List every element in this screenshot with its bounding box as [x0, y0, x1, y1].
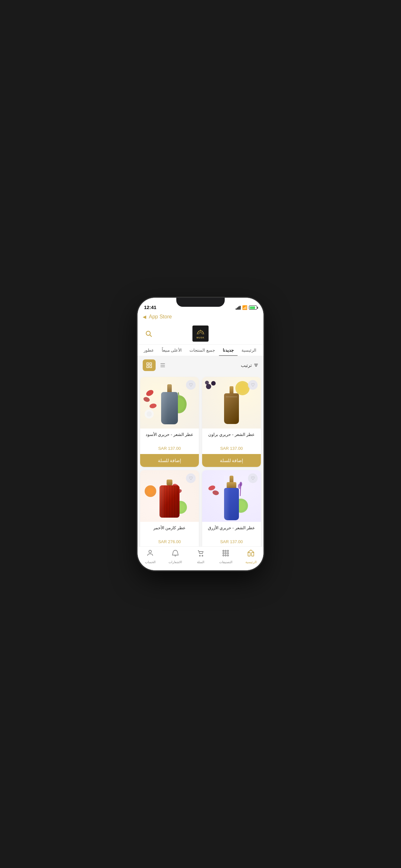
- svg-line-17: [178, 392, 179, 395]
- product-price-4: SAR 276.00: [143, 539, 196, 544]
- nav-account-label: الحساب: [145, 560, 156, 564]
- product-image-3: ♡: [202, 470, 261, 522]
- svg-rect-37: [251, 553, 254, 556]
- tab-musk[interactable]: مسك: [137, 345, 140, 356]
- tab-all-products[interactable]: جميع المنتجات: [186, 345, 219, 356]
- home-icon: [247, 549, 255, 559]
- tab-perfume[interactable]: عطور: [140, 345, 158, 356]
- nav-categories-label: التصنيفات: [219, 560, 233, 564]
- svg-point-39: [225, 550, 226, 552]
- wishlist-button-1[interactable]: ♡: [248, 380, 258, 390]
- svg-rect-36: [248, 553, 250, 556]
- svg-point-49: [149, 550, 151, 553]
- product-name-3: عطر الشعر - حريري الأزرق: [205, 525, 258, 537]
- search-button[interactable]: [143, 328, 154, 339]
- add-to-cart-1[interactable]: إضافة للسلة: [202, 454, 261, 467]
- product-info-1: عطر الشعر - حريري براون SAR 137.00: [202, 429, 261, 454]
- bell-icon: [172, 549, 179, 559]
- app-header: MUSK: [137, 323, 264, 345]
- sort-button[interactable]: ترتيب: [241, 363, 258, 368]
- product-card-2: ♡: [140, 377, 199, 467]
- nav-notifications[interactable]: الاشعارات: [163, 549, 188, 564]
- tab-bestseller[interactable]: الأعلى مبيعاً: [158, 345, 186, 356]
- wishlist-button-4[interactable]: ♡: [186, 473, 196, 483]
- logo-text: MUSK: [197, 337, 205, 339]
- product-price-3: SAR 137.00: [205, 539, 258, 544]
- list-view-button[interactable]: [156, 360, 169, 371]
- wifi-icon: 📶: [242, 305, 247, 310]
- product-image-1: ♡: [202, 377, 261, 429]
- nav-tabs: الرئيسية جديدنا جميع المنتجات الأعلى مبي…: [137, 345, 264, 356]
- toolbar: ترتيب: [137, 356, 264, 374]
- svg-point-44: [223, 555, 224, 556]
- nav-notifications-label: الاشعارات: [168, 560, 182, 564]
- tab-new[interactable]: جديدنا: [219, 345, 238, 356]
- svg-point-47: [199, 555, 201, 556]
- svg-point-43: [227, 553, 228, 554]
- nav-cart[interactable]: السلة: [188, 549, 213, 564]
- product-card-3: ♡: [202, 470, 261, 547]
- status-time: 12:41: [144, 305, 156, 310]
- svg-point-20: [149, 403, 157, 409]
- tab-home[interactable]: الرئيسية: [238, 345, 260, 356]
- notch: [176, 298, 225, 307]
- battery-icon: [249, 306, 257, 310]
- categories-icon: [222, 549, 229, 559]
- logo-box: MUSK: [192, 326, 209, 342]
- svg-point-19: [143, 396, 150, 403]
- product-card-4: ♡: [140, 470, 199, 547]
- svg-point-28: [208, 485, 216, 492]
- product-card-1: ♡: [202, 377, 261, 467]
- svg-point-46: [227, 555, 228, 556]
- product-price-2: SAR 137.00: [143, 446, 196, 451]
- product-name-2: عطر الشعر - حريري الأسود: [143, 432, 196, 443]
- nav-categories[interactable]: التصنيفات: [213, 549, 238, 564]
- nav-home[interactable]: الرئيسية: [238, 549, 264, 564]
- wishlist-button-2[interactable]: ♡: [186, 380, 196, 390]
- product-image-4: ♡: [140, 470, 199, 522]
- product-name-4: عطر كارمن الأحمر: [143, 525, 196, 537]
- svg-point-48: [202, 555, 203, 556]
- svg-rect-8: [147, 366, 149, 368]
- back-arrow-icon[interactable]: ◀: [143, 314, 146, 319]
- svg-point-27: [240, 482, 242, 486]
- product-price-1: SAR 137.00: [205, 446, 258, 451]
- svg-point-29: [212, 490, 220, 496]
- wishlist-button-3[interactable]: ♡: [248, 473, 258, 483]
- nav-cart-label: السلة: [197, 560, 204, 564]
- svg-point-38: [223, 550, 224, 552]
- user-icon: [146, 549, 154, 559]
- svg-point-45: [225, 555, 226, 556]
- svg-point-31: [147, 488, 154, 494]
- products-area[interactable]: ♡: [137, 374, 264, 547]
- svg-line-1: [150, 335, 151, 337]
- nav-home-label: الرئيسية: [245, 560, 257, 564]
- sort-label: ترتيب: [241, 363, 252, 368]
- svg-point-40: [227, 550, 228, 552]
- product-info-3: عطر الشعر - حريري الأزرق SAR 137.00: [202, 522, 261, 547]
- product-name-1: عطر الشعر - حريري براون: [205, 432, 258, 443]
- grid-view-button[interactable]: [143, 360, 156, 371]
- status-icons: 📶: [236, 305, 257, 310]
- bottom-nav: الرئيسية التصنيفات: [137, 547, 264, 570]
- svg-point-13: [211, 381, 216, 385]
- svg-rect-6: [147, 363, 149, 365]
- svg-point-22: [147, 411, 152, 416]
- view-toggles: [143, 360, 169, 371]
- product-image-2: ♡: [140, 377, 199, 429]
- nav-account[interactable]: الحساب: [137, 549, 163, 564]
- products-grid: ♡: [140, 377, 261, 547]
- phone-frame: 12:41 📶 ◀ App Store: [137, 298, 264, 570]
- add-to-cart-2[interactable]: إضافة للسلة: [140, 454, 199, 467]
- svg-point-18: [145, 389, 155, 397]
- svg-point-41: [223, 553, 224, 554]
- logo: MUSK: [192, 326, 209, 342]
- svg-point-12: [206, 384, 211, 389]
- svg-point-42: [225, 553, 226, 554]
- svg-rect-9: [150, 366, 152, 368]
- product-info-2: عطر الشعر - حريري الأسود SAR 137.00: [140, 429, 199, 454]
- app-store-label[interactable]: App Store: [149, 314, 172, 320]
- phone-screen: 12:41 📶 ◀ App Store: [137, 298, 264, 570]
- svg-point-11: [238, 383, 247, 393]
- app-store-bar[interactable]: ◀ App Store: [137, 312, 264, 323]
